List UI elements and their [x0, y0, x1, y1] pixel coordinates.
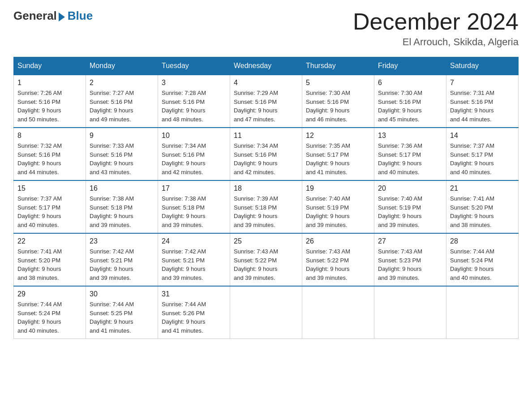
day-number: 31 [162, 290, 226, 298]
day-number: 8 [17, 132, 82, 140]
day-info: Sunrise: 7:37 AMSunset: 5:17 PMDaylight:… [450, 141, 515, 176]
calendar-day-18: 18Sunrise: 7:39 AMSunset: 5:18 PMDayligh… [230, 180, 302, 233]
calendar-day-24: 24Sunrise: 7:42 AMSunset: 5:21 PMDayligh… [158, 233, 230, 286]
day-number: 28 [450, 237, 515, 245]
day-info: Sunrise: 7:38 AMSunset: 5:18 PMDaylight:… [90, 194, 154, 229]
day-number: 22 [17, 237, 82, 245]
day-info: Sunrise: 7:42 AMSunset: 5:21 PMDaylight:… [90, 247, 154, 282]
calendar-day-22: 22Sunrise: 7:41 AMSunset: 5:20 PMDayligh… [14, 233, 86, 286]
calendar-day-8: 8Sunrise: 7:32 AMSunset: 5:16 PMDaylight… [14, 128, 86, 180]
day-number: 13 [378, 132, 442, 140]
month-title: December 2024 [353, 9, 519, 34]
day-info: Sunrise: 7:44 AMSunset: 5:24 PMDaylight:… [17, 300, 82, 335]
day-info: Sunrise: 7:31 AMSunset: 5:16 PMDaylight:… [450, 89, 515, 124]
calendar-day-10: 10Sunrise: 7:34 AMSunset: 5:16 PMDayligh… [158, 128, 230, 180]
calendar-day-30: 30Sunrise: 7:44 AMSunset: 5:25 PMDayligh… [86, 286, 158, 339]
day-number: 26 [306, 237, 370, 245]
day-info: Sunrise: 7:32 AMSunset: 5:16 PMDaylight:… [17, 141, 82, 176]
calendar-day-23: 23Sunrise: 7:42 AMSunset: 5:21 PMDayligh… [86, 233, 158, 286]
day-number: 25 [234, 237, 298, 245]
calendar-day-6: 6Sunrise: 7:30 AMSunset: 5:16 PMDaylight… [374, 75, 446, 128]
location-label: El Arrouch, Skikda, Algeria [353, 36, 519, 48]
calendar-day-13: 13Sunrise: 7:36 AMSunset: 5:17 PMDayligh… [374, 128, 446, 180]
day-number: 5 [306, 79, 370, 87]
calendar-day-7: 7Sunrise: 7:31 AMSunset: 5:16 PMDaylight… [446, 75, 519, 128]
calendar-day-25: 25Sunrise: 7:43 AMSunset: 5:22 PMDayligh… [230, 233, 302, 286]
calendar-day-11: 11Sunrise: 7:34 AMSunset: 5:16 PMDayligh… [230, 128, 302, 180]
day-number: 29 [17, 290, 82, 298]
calendar-table: SundayMondayTuesdayWednesdayThursdayFrid… [13, 57, 519, 339]
title-area: December 2024 El Arrouch, Skikda, Algeri… [353, 9, 519, 48]
calendar-day-19: 19Sunrise: 7:40 AMSunset: 5:19 PMDayligh… [302, 180, 374, 233]
day-info: Sunrise: 7:38 AMSunset: 5:18 PMDaylight:… [162, 194, 226, 229]
day-number: 12 [306, 132, 370, 140]
calendar-day-31: 31Sunrise: 7:44 AMSunset: 5:26 PMDayligh… [158, 286, 230, 339]
day-info: Sunrise: 7:44 AMSunset: 5:24 PMDaylight:… [450, 247, 515, 282]
day-number: 21 [450, 184, 515, 193]
day-number: 6 [378, 79, 442, 87]
day-info: Sunrise: 7:30 AMSunset: 5:16 PMDaylight:… [378, 89, 442, 124]
day-number: 20 [378, 184, 442, 193]
day-number: 14 [450, 132, 515, 140]
day-info: Sunrise: 7:27 AMSunset: 5:16 PMDaylight:… [90, 89, 154, 124]
day-info: Sunrise: 7:40 AMSunset: 5:19 PMDaylight:… [306, 194, 370, 229]
logo: General Blue [13, 9, 93, 23]
day-info: Sunrise: 7:43 AMSunset: 5:23 PMDaylight:… [378, 247, 442, 282]
calendar-day-3: 3Sunrise: 7:28 AMSunset: 5:16 PMDaylight… [158, 75, 230, 128]
empty-cell [446, 286, 519, 339]
calendar-day-9: 9Sunrise: 7:33 AMSunset: 5:16 PMDaylight… [86, 128, 158, 180]
day-number: 1 [17, 79, 82, 87]
day-number: 24 [162, 237, 226, 245]
day-info: Sunrise: 7:43 AMSunset: 5:22 PMDaylight:… [306, 247, 370, 282]
day-info: Sunrise: 7:44 AMSunset: 5:25 PMDaylight:… [90, 300, 154, 335]
calendar-header-row: SundayMondayTuesdayWednesdayThursdayFrid… [14, 57, 519, 75]
day-number: 30 [90, 290, 154, 298]
logo-general-text: General [13, 9, 57, 23]
logo-blue-text: Blue [68, 9, 93, 23]
day-number: 3 [162, 79, 226, 87]
col-header-wednesday: Wednesday [230, 57, 302, 75]
day-info: Sunrise: 7:41 AMSunset: 5:20 PMDaylight:… [450, 194, 515, 229]
calendar-day-20: 20Sunrise: 7:40 AMSunset: 5:19 PMDayligh… [374, 180, 446, 233]
calendar-day-4: 4Sunrise: 7:29 AMSunset: 5:16 PMDaylight… [230, 75, 302, 128]
day-number: 16 [90, 184, 154, 193]
day-info: Sunrise: 7:33 AMSunset: 5:16 PMDaylight:… [90, 141, 154, 176]
empty-cell [230, 286, 302, 339]
day-info: Sunrise: 7:43 AMSunset: 5:22 PMDaylight:… [234, 247, 298, 282]
calendar-day-16: 16Sunrise: 7:38 AMSunset: 5:18 PMDayligh… [86, 180, 158, 233]
day-number: 19 [306, 184, 370, 193]
day-number: 9 [90, 132, 154, 140]
page-header: General Blue December 2024 El Arrouch, S… [13, 9, 519, 48]
calendar-week-1: 1Sunrise: 7:26 AMSunset: 5:16 PMDaylight… [14, 75, 519, 128]
day-number: 15 [17, 184, 82, 193]
logo-arrow-icon [59, 13, 65, 21]
day-info: Sunrise: 7:37 AMSunset: 5:17 PMDaylight:… [17, 194, 82, 229]
calendar-day-17: 17Sunrise: 7:38 AMSunset: 5:18 PMDayligh… [158, 180, 230, 233]
day-info: Sunrise: 7:41 AMSunset: 5:20 PMDaylight:… [17, 247, 82, 282]
calendar-week-5: 29Sunrise: 7:44 AMSunset: 5:24 PMDayligh… [14, 286, 519, 339]
day-info: Sunrise: 7:34 AMSunset: 5:16 PMDaylight:… [162, 141, 226, 176]
calendar-day-12: 12Sunrise: 7:35 AMSunset: 5:17 PMDayligh… [302, 128, 374, 180]
day-info: Sunrise: 7:26 AMSunset: 5:16 PMDaylight:… [17, 89, 82, 124]
empty-cell [302, 286, 374, 339]
calendar-day-5: 5Sunrise: 7:30 AMSunset: 5:16 PMDaylight… [302, 75, 374, 128]
day-info: Sunrise: 7:29 AMSunset: 5:16 PMDaylight:… [234, 89, 298, 124]
col-header-sunday: Sunday [14, 57, 86, 75]
calendar-week-4: 22Sunrise: 7:41 AMSunset: 5:20 PMDayligh… [14, 233, 519, 286]
calendar-day-21: 21Sunrise: 7:41 AMSunset: 5:20 PMDayligh… [446, 180, 519, 233]
calendar-week-2: 8Sunrise: 7:32 AMSunset: 5:16 PMDaylight… [14, 128, 519, 180]
calendar-week-3: 15Sunrise: 7:37 AMSunset: 5:17 PMDayligh… [14, 180, 519, 233]
day-info: Sunrise: 7:28 AMSunset: 5:16 PMDaylight:… [162, 89, 226, 124]
calendar-day-14: 14Sunrise: 7:37 AMSunset: 5:17 PMDayligh… [446, 128, 519, 180]
calendar-day-27: 27Sunrise: 7:43 AMSunset: 5:23 PMDayligh… [374, 233, 446, 286]
calendar-day-1: 1Sunrise: 7:26 AMSunset: 5:16 PMDaylight… [14, 75, 86, 128]
day-info: Sunrise: 7:44 AMSunset: 5:26 PMDaylight:… [162, 300, 226, 335]
day-number: 27 [378, 237, 442, 245]
calendar-day-15: 15Sunrise: 7:37 AMSunset: 5:17 PMDayligh… [14, 180, 86, 233]
col-header-tuesday: Tuesday [158, 57, 230, 75]
col-header-friday: Friday [374, 57, 446, 75]
calendar-day-28: 28Sunrise: 7:44 AMSunset: 5:24 PMDayligh… [446, 233, 519, 286]
day-number: 18 [234, 184, 298, 193]
col-header-monday: Monday [86, 57, 158, 75]
calendar-day-2: 2Sunrise: 7:27 AMSunset: 5:16 PMDaylight… [86, 75, 158, 128]
